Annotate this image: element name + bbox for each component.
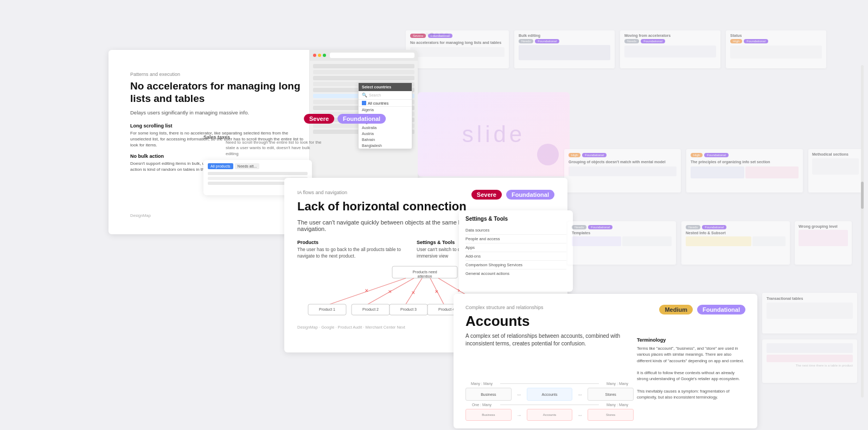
badge-foundational-main: Foundational [506,190,554,200]
bg-card-extra-2: The next time there is a table in produc… [762,339,857,383]
bg-badge-bot1: Needs [572,225,586,229]
bg-mid-title-3: Methodical sections [812,152,859,156]
svg-text:Products need: Products need [412,270,437,274]
badge-foundational-accounts: Foundational [697,305,745,315]
bg-extra-title-1: Transactional tables [767,297,853,300]
svg-text:Product 1: Product 1 [319,307,335,311]
account-diagram: Many : Many Many : Many Business ↔ Accou… [465,382,634,421]
settings-item-4: Add-ons [465,252,566,261]
badge-severe-main: Severe [471,190,502,200]
settings-title: Settings & Tools [465,216,566,222]
col1-text: The user has to go back to the all produ… [297,247,406,260]
bg-card-mid-left: High Foundational Grouping of objects do… [564,149,681,192]
bg-card-top-mid2: Moving from accelerators Needs Foundatio… [620,30,720,68]
bg-badge-bot-foundational2: Foundational [702,225,726,229]
accounts-title: Accounts [465,313,745,330]
svg-text:✕: ✕ [411,290,416,296]
bg-title-2: Bulk editing [519,34,610,37]
tab-all: All products [208,163,233,169]
bg-card-bot-mid: Needs Foundational Nested Info & Subsort [681,221,790,265]
bg-badge-2: Needs [519,39,533,43]
bg-badge-severe-1: Severe [410,34,426,38]
sales-taxes-label: Sales taxes [203,134,230,140]
bg-badge-foundational-2: Foundational [535,39,559,43]
slide-card: slide [418,92,570,176]
col1-label: Products [297,240,406,245]
slide-circle [537,144,559,165]
accounts-subtitle: A complex set of relationships between a… [465,332,628,348]
badge-foundational-card1: Foundational [337,114,386,124]
bg-badge-foundational-5: Foundational [582,153,607,157]
bg-badge-foundational-6: Foundational [704,153,729,157]
sales-taxes-text: Need to scroll through the entire list t… [226,140,323,157]
card-main-col1: Products The user has to go back to the … [297,240,406,260]
card-main-badges: Severe Foundational [471,190,554,200]
canvas: Severe Foundational No accelerators for … [0,0,868,430]
bg-badge-high-3: High [691,153,703,157]
svg-text:✕: ✕ [365,288,369,293]
bg-title-4: Status [730,34,822,37]
bg-card-bot-left: Needs Foundational Templates [567,221,676,265]
bg-card-top-mid1: Bulk editing Needs Foundational [514,30,615,68]
accounts-badges: Medium Foundational [659,305,745,315]
terminology-title: Terminology [637,337,745,343]
card1-section-label: Patterns and execution [130,72,309,77]
card1-issue1-title: Long scrolling list [130,123,309,129]
settings-item-6: General account actions [465,269,566,278]
bg-title-3: Moving from accelerators [624,34,716,37]
bg-title-1: No accelerators for managing long lists … [410,40,505,45]
card-settings: Settings & Tools Data sources People and… [459,210,573,292]
card1-badges: Severe Foundational [304,114,386,124]
bg-content-3 [624,46,716,57]
slide-watermark: slide [462,121,525,147]
bg-mid-title-2: The principles of organizing info set se… [691,159,799,164]
bg-bot-title-2: Nested Info & Subsort [686,231,786,235]
svg-text:Product 2: Product 2 [362,307,379,311]
terminology-text: Terms like "account", "business", and "s… [637,345,745,400]
bg-bot-title-1: Templates [572,231,672,235]
svg-text:✕: ✕ [388,289,392,294]
settings-item-3: Apps [465,243,566,252]
scrollbar-thumb[interactable] [861,182,864,209]
svg-text:✕: ✕ [435,289,439,294]
bg-badge-foundational-1: Foundational [428,34,452,38]
bg-card-extra-1: Transactional tables [762,293,857,333]
svg-text:Product 3: Product 3 [400,307,417,311]
bg-badge-bot-foundational1: Foundational [588,225,612,229]
terminology-section: Terminology Terms like "account", "busin… [637,337,745,400]
settings-item-2: People and access [465,235,566,243]
card-accounts: Medium Foundational Complex structure an… [454,294,757,428]
bg-card-bot-right: Wrong grouping level [795,221,852,265]
bg-badge-foundational-3: Foundational [641,39,665,43]
card1-title: No accelerators for managing long lists … [130,80,309,105]
bg-badge-high-2: High [569,153,580,157]
settings-item-5: Comparison Shopping Services [465,261,566,269]
bg-bot-title-3: Wrong grouping level [799,224,848,228]
card1-footer: DesignMap [130,213,151,218]
bg-badge-high-1: High [730,39,742,43]
bg-mid-title-1: Grouping of objects doesn't match with m… [569,159,676,164]
bg-card-far-right-mid: Methodical sections [808,149,863,192]
bg-card-top-left: Severe Foundational No accelerators for … [406,30,509,68]
bg-card-top-right: Status High Foundational [726,30,826,68]
card1-subtitle: Delays users significantly in managing m… [130,110,309,115]
bg-content-2 [519,45,610,60]
bg-content-4 [730,46,822,59]
bg-badge-3: Needs [624,39,639,43]
badge-severe-card1: Severe [304,114,334,124]
bg-thumb-1 [410,47,505,57]
tab-needs: Needs att... [235,163,260,169]
svg-text:attention: attention [418,274,432,278]
bg-card-mid-mid1: High Foundational The principles of orga… [686,149,803,192]
svg-text:Product 4: Product 4 [438,307,455,311]
badge-medium-accounts: Medium [659,305,693,315]
bg-badge-bot2: Needs [686,225,700,229]
bg-badge-foundational-4: Foundational [744,39,768,43]
scrollbar-track[interactable] [861,65,864,397]
settings-item-1: Data sources [465,226,566,235]
